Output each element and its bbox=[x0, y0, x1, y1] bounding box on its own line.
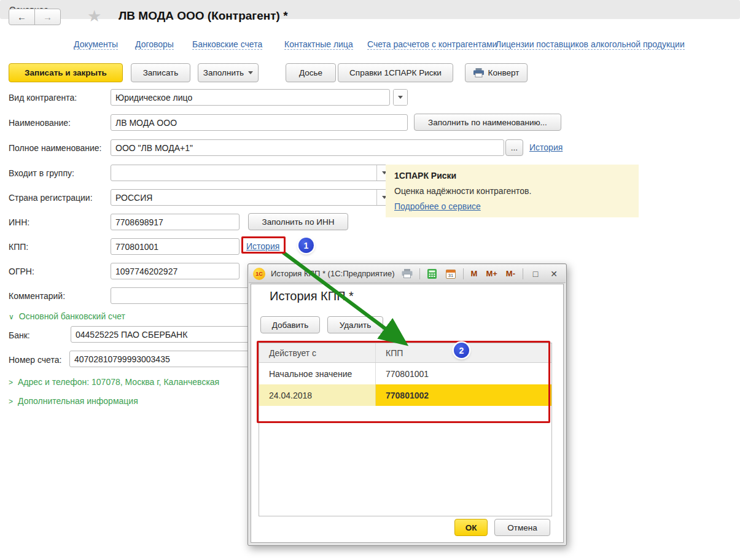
vid-kontragenta-field[interactable] bbox=[111, 89, 390, 106]
address-section-label: Адрес и телефон: 107078, Москва г, Калан… bbox=[18, 377, 219, 387]
calendar-icon: 31 bbox=[446, 269, 456, 279]
envelope-button[interactable]: Конверт bbox=[465, 63, 528, 82]
popup-body: История КПП * Добавить Удалить Действует… bbox=[251, 284, 564, 543]
dossier-button[interactable]: Досье bbox=[286, 63, 336, 82]
table-cell-date[interactable]: Начальное значение bbox=[259, 363, 376, 384]
country-field[interactable] bbox=[111, 189, 408, 206]
more-button[interactable]: ... bbox=[505, 139, 523, 156]
fill-button[interactable]: Заполнить bbox=[198, 63, 259, 82]
popup-titlebar[interactable]: 1С История КПП * (1С:Предприятие) 31 М М… bbox=[249, 265, 566, 283]
full-name-input[interactable] bbox=[111, 140, 504, 155]
full-name-field[interactable] bbox=[111, 139, 504, 156]
spark-panel-text: Оценка надёжности контрагентов. bbox=[394, 186, 630, 196]
delete-button[interactable]: Удалить bbox=[327, 316, 383, 333]
spark-reports-button[interactable]: Справки 1СПАРК Риски bbox=[338, 63, 453, 82]
tab-bank-accounts[interactable]: Банковские счета bbox=[192, 39, 262, 50]
bank-section-header[interactable]: ∨Основной банковский счет bbox=[9, 311, 125, 321]
inn-input[interactable] bbox=[111, 214, 239, 230]
ok-button[interactable]: ОК bbox=[454, 519, 488, 536]
spark-panel-title: 1СПАРК Риски bbox=[394, 171, 630, 181]
group-input[interactable] bbox=[111, 165, 376, 181]
kpp-history-window: 1С История КПП * (1С:Предприятие) 31 М М… bbox=[247, 263, 567, 546]
save-close-button[interactable]: Записать и закрыть bbox=[9, 63, 123, 82]
tab-documents[interactable]: Документы bbox=[74, 39, 118, 50]
vid-kontragenta-input[interactable] bbox=[111, 90, 389, 105]
annotation-badge-1: 1 bbox=[298, 238, 314, 253]
nav-back-button[interactable]: ← bbox=[9, 9, 35, 25]
table-cell-date[interactable]: 24.04.2018 bbox=[259, 384, 376, 406]
tab-contracts[interactable]: Договоры bbox=[135, 39, 174, 50]
spark-more-link[interactable]: Подробнее о сервисе bbox=[394, 201, 481, 211]
cancel-button[interactable]: Отмена bbox=[494, 519, 550, 536]
calculator-icon bbox=[427, 269, 437, 279]
table-cell-kpp[interactable]: 770801002 bbox=[376, 384, 551, 406]
printer-icon bbox=[402, 269, 413, 278]
name-field[interactable] bbox=[111, 114, 408, 131]
table-cell-kpp[interactable]: 770801001 bbox=[376, 363, 551, 384]
tab-main[interactable]: Основное bbox=[0, 0, 740, 19]
fill-by-name-button[interactable]: Заполнить по наименованию... bbox=[414, 114, 561, 131]
add-button[interactable]: Добавить bbox=[260, 316, 320, 333]
group-label: Входит в группу: bbox=[9, 168, 74, 178]
comment-label: Комментарий: bbox=[9, 291, 65, 301]
save-button[interactable]: Записать bbox=[131, 63, 190, 82]
popup-heading: История КПП * bbox=[270, 289, 354, 303]
chevron-right-icon: > bbox=[9, 397, 13, 406]
table-header-date: Действует с bbox=[259, 343, 376, 362]
tab-settlement-accounts[interactable]: Счета расчетов с контрагентами bbox=[367, 39, 497, 50]
memory-subtract-button[interactable]: М- bbox=[504, 267, 518, 281]
calculator-button[interactable] bbox=[425, 267, 440, 281]
close-icon: ✕ bbox=[550, 269, 558, 279]
favorite-star-icon[interactable]: ★ bbox=[87, 7, 101, 26]
kpp-input[interactable] bbox=[111, 239, 239, 254]
country-label: Страна регистрации: bbox=[9, 193, 93, 203]
chevron-down-icon bbox=[394, 90, 407, 105]
envelope-button-label: Конверт bbox=[488, 68, 520, 77]
inn-field[interactable] bbox=[111, 214, 240, 230]
account-label: Номер счета: bbox=[9, 355, 61, 365]
bank-label: Банк: bbox=[9, 330, 30, 340]
fill-by-inn-button[interactable]: Заполнить по ИНН bbox=[248, 213, 348, 230]
memory-add-button[interactable]: М+ bbox=[483, 267, 499, 281]
extra-info-section-header[interactable]: >Дополнительная информация bbox=[9, 396, 138, 406]
forward-icon: → bbox=[43, 12, 52, 22]
table-row-selected[interactable]: 24.04.2018 770801002 bbox=[259, 384, 551, 406]
print-button[interactable] bbox=[400, 267, 415, 281]
popup-window-title: История КПП * (1С:Предприятие) bbox=[271, 269, 396, 278]
inn-label: ИНН: bbox=[9, 217, 29, 227]
chevron-down-icon bbox=[248, 71, 253, 74]
vid-dropdown-button[interactable] bbox=[393, 89, 408, 106]
spark-info-panel: 1СПАРК Риски Оценка надёжности контраген… bbox=[386, 165, 639, 217]
nav-forward-button[interactable]: → bbox=[34, 9, 61, 25]
svg-text:31: 31 bbox=[448, 273, 453, 278]
chevron-right-icon: > bbox=[9, 378, 13, 387]
extra-info-section-label: Дополнительная информация bbox=[18, 396, 138, 406]
app-window: ← → ★ ЛВ МОДА ООО (Контрагент) * Основно… bbox=[0, 0, 740, 560]
address-section-header[interactable]: >Адрес и телефон: 107078, Москва г, Кала… bbox=[9, 377, 219, 387]
bank-section-label: Основной банковский счет bbox=[19, 311, 125, 321]
titlebar-separator bbox=[419, 268, 420, 279]
kpp-history-table[interactable]: Действует с КПП Начальное значение 77080… bbox=[259, 343, 552, 516]
fill-button-label: Заполнить bbox=[203, 68, 244, 77]
ogrn-field[interactable] bbox=[111, 263, 240, 279]
table-row[interactable]: Начальное значение 770801001 bbox=[259, 363, 551, 384]
close-button[interactable]: ✕ bbox=[547, 267, 561, 281]
full-name-history-link[interactable]: История bbox=[529, 142, 563, 152]
group-field[interactable] bbox=[111, 165, 408, 181]
memory-recall-button[interactable]: М bbox=[469, 267, 480, 281]
country-input[interactable] bbox=[111, 190, 376, 205]
titlebar-separator bbox=[523, 268, 523, 279]
ogrn-input[interactable] bbox=[111, 263, 239, 279]
kpp-history-link[interactable]: История bbox=[246, 241, 279, 251]
name-input[interactable] bbox=[111, 115, 407, 130]
ogrn-label: ОГРН: bbox=[9, 266, 34, 276]
calendar-button[interactable]: 31 bbox=[443, 267, 458, 281]
tab-alcohol-licenses[interactable]: Лицензии поставщиков алкогольной продукц… bbox=[496, 39, 685, 50]
maximize-button[interactable]: □ bbox=[528, 267, 543, 281]
tab-contacts[interactable]: Контактные лица bbox=[284, 39, 353, 50]
kpp-field[interactable] bbox=[111, 238, 240, 255]
chevron-down-icon: ∨ bbox=[9, 313, 14, 321]
maximize-icon: □ bbox=[533, 269, 538, 279]
onec-logo-icon: 1С bbox=[253, 268, 265, 280]
table-header-kpp: КПП bbox=[376, 343, 551, 362]
